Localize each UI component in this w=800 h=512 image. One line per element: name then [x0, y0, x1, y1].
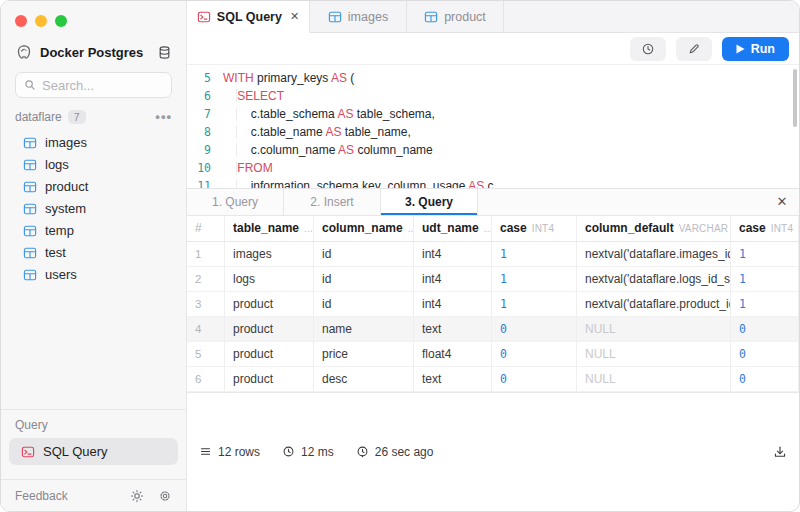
cell-case_a: 1	[492, 267, 577, 292]
line-number: 10	[197, 159, 223, 177]
clock-icon	[282, 445, 295, 458]
cell-column_name: desc	[314, 367, 414, 392]
table-icon	[328, 10, 342, 24]
results-rows: 1imagesidint41nextval('dataflare.images_…	[187, 242, 799, 392]
column-header-case[interactable]: caseINT4	[731, 216, 799, 241]
code-text: SELECT	[223, 87, 284, 105]
column-header-column_name[interactable]: column_name...	[314, 216, 414, 241]
table-icon	[23, 180, 37, 194]
column-header-index[interactable]: #	[187, 216, 225, 241]
more-icon[interactable]: •••	[155, 113, 172, 121]
code-line: 11 information_schema.key_column_usage A…	[197, 177, 799, 188]
tab-label: SQL Query	[217, 10, 282, 24]
line-number: 9	[197, 141, 223, 159]
sidebar-item-label: images	[45, 136, 87, 150]
history-button[interactable]	[630, 37, 666, 61]
results-tab-label: 1. Query	[212, 195, 258, 209]
table-row[interactable]: 4productnametext0NULL0	[187, 317, 799, 342]
database-icon[interactable]	[157, 45, 172, 60]
close-window-button[interactable]	[15, 15, 27, 27]
cell-num: 5	[187, 342, 225, 367]
tab-bar-spacer	[504, 1, 799, 32]
tab-close-icon[interactable]: ✕	[290, 10, 299, 23]
cell-udt_name: int4	[414, 292, 492, 317]
status-label: 12 ms	[301, 445, 334, 459]
sidebar-item-test[interactable]: test	[1, 242, 186, 264]
column-header-table_name[interactable]: table_name...	[225, 216, 314, 241]
code-text: c.table_schema AS table_schema,	[223, 105, 435, 123]
sidebar-item-label: SQL Query	[43, 444, 108, 459]
format-button[interactable]	[676, 37, 712, 61]
status-clock: 12 ms	[282, 445, 334, 459]
download-icon	[773, 445, 787, 459]
editor-scrollbar[interactable]	[793, 69, 797, 127]
table-row[interactable]: 1imagesidint41nextval('dataflare.images_…	[187, 242, 799, 267]
code-line: 10 FROM	[197, 159, 799, 177]
column-name: column_default	[585, 221, 674, 235]
column-header-udt_name[interactable]: udt_name...	[414, 216, 492, 241]
column-header-column_default[interactable]: column_defaultVARCHAR	[577, 216, 731, 241]
sidebar-item-system[interactable]: system	[1, 198, 186, 220]
feedback-link[interactable]: Feedback	[15, 489, 116, 503]
results-tab-label: 3. Query	[405, 195, 453, 209]
search-icon	[24, 79, 36, 91]
table-row[interactable]: 3productidint41nextval('dataflare.produc…	[187, 292, 799, 317]
results-tab-3-query[interactable]: 3. Query	[381, 189, 478, 215]
zoom-window-button[interactable]	[55, 15, 67, 27]
code-line: 9 c.column_name AS column_name	[197, 141, 799, 159]
main-area: SQL Query✕imagesproduct	[187, 1, 799, 511]
status-history-clock: 26 sec ago	[356, 445, 434, 459]
sidebar-item-product[interactable]: product	[1, 176, 186, 198]
sidebar-item-logs[interactable]: logs	[1, 154, 186, 176]
table-icon	[23, 202, 37, 216]
tab-product[interactable]: product	[407, 1, 504, 32]
run-button[interactable]: Run	[722, 37, 789, 61]
cell-case_b: 1	[731, 292, 799, 317]
results-tab-bar: 1. Query2. Insert3. Query ✕	[187, 188, 799, 216]
tab-images[interactable]: images	[310, 1, 407, 32]
sidebar-item-temp[interactable]: temp	[1, 220, 186, 242]
cell-column_name: id	[314, 267, 414, 292]
results-header-row: #table_name...column_name...udt_name...c…	[187, 216, 799, 242]
code-text: c.column_name AS column_name	[223, 141, 433, 159]
cell-udt_name: int4	[414, 267, 492, 292]
search-input[interactable]	[42, 78, 163, 93]
settings-gear-icon[interactable]	[158, 489, 172, 503]
cell-case_a: 0	[492, 367, 577, 392]
cell-num: 3	[187, 292, 225, 317]
sidebar-item-label: product	[45, 180, 88, 194]
column-header-case[interactable]: caseINT4	[492, 216, 577, 241]
history-icon	[641, 42, 655, 56]
format-pen-icon	[687, 42, 701, 56]
column-name: case	[739, 221, 766, 235]
play-icon	[736, 44, 745, 54]
table-row[interactable]: 6productdesctext0NULL0	[187, 367, 799, 392]
close-results-button[interactable]: ✕	[765, 189, 799, 215]
cell-column_name: price	[314, 342, 414, 367]
results-tab-1-query[interactable]: 1. Query	[187, 189, 284, 215]
minimize-window-button[interactable]	[35, 15, 47, 27]
theme-sun-icon[interactable]	[130, 489, 144, 503]
tab-sql-query[interactable]: SQL Query✕	[187, 1, 310, 33]
code-text: information_schema.key_column_usage AS c	[223, 177, 494, 188]
download-button[interactable]	[773, 445, 787, 459]
tab-label: product	[444, 10, 486, 24]
sidebar-item-label: test	[45, 246, 66, 260]
sidebar-item-users[interactable]: users	[1, 264, 186, 286]
cell-column_name: id	[314, 242, 414, 267]
column-type: VARCHAR	[679, 223, 729, 234]
cell-case_a: 1	[492, 292, 577, 317]
results-tab-2-insert[interactable]: 2. Insert	[284, 189, 381, 215]
sql-editor[interactable]: 5WITH primary_keys AS (6 SELECT7 c.table…	[187, 65, 799, 188]
sidebar-item-images[interactable]: images	[1, 132, 186, 154]
sidebar: Docker Postgres dataflare 7 •••	[1, 1, 187, 511]
results-tab-label: 2. Insert	[310, 195, 353, 209]
table-row[interactable]: 2logsidint41nextval('dataflare.logs_id_s…	[187, 267, 799, 292]
cell-table_name: product	[225, 317, 314, 342]
table-icon	[23, 224, 37, 238]
cell-case_b: 1	[731, 242, 799, 267]
sidebar-item-sql-query[interactable]: SQL Query	[9, 438, 178, 465]
table-row[interactable]: 5productpricefloat40NULL0	[187, 342, 799, 367]
search-box[interactable]	[15, 72, 172, 98]
line-number: 7	[197, 105, 223, 123]
